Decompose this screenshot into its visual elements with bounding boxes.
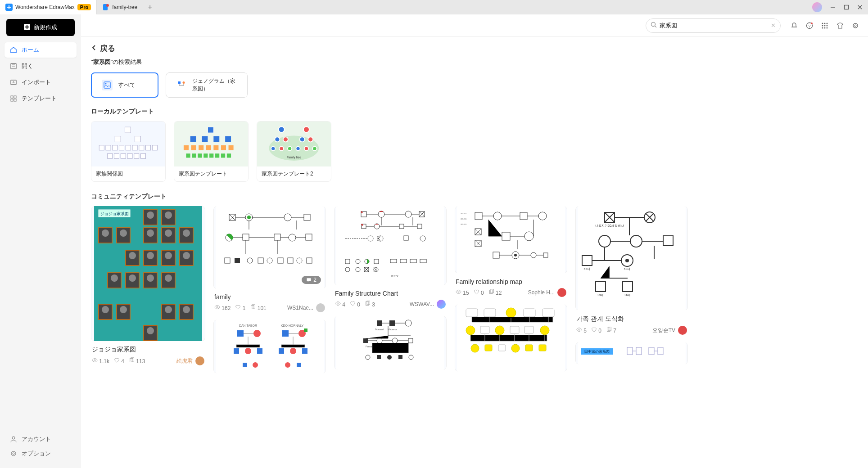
svg-point-77: [308, 137, 313, 142]
community-template-card[interactable]: KEYFamily Structure Chart 4 0 3 WSWAV...: [334, 206, 447, 309]
svg-point-113: [129, 274, 136, 282]
sidebar-item-account[interactable]: アカウント: [5, 432, 77, 446]
svg-rect-162: [234, 348, 239, 354]
svg-point-22: [824, 25, 826, 26]
tshirt-icon[interactable]: [836, 21, 845, 30]
maximize-button[interactable]: [840, 1, 853, 14]
views-count: 4: [335, 301, 345, 308]
svg-point-123: [165, 306, 172, 313]
svg-point-271: [579, 329, 580, 330]
tab-doc[interactable]: family-tree: [97, 0, 143, 14]
svg-rect-31: [178, 81, 181, 84]
author-name: 絵虎君: [176, 357, 193, 365]
sidebar-item-home[interactable]: ホーム: [5, 42, 77, 58]
svg-rect-167: [302, 348, 307, 354]
community-template-card[interactable]: 2family 162 1 101 WS1Nae...: [213, 206, 326, 312]
svg-point-243: [466, 326, 475, 335]
user-avatar[interactable]: [812, 2, 822, 12]
community-template-card[interactable]: ManuelMicaelaFernandez: [334, 316, 447, 370]
back-label: 戻る: [100, 43, 115, 54]
community-template-card[interactable]: 田中家の家系図: [575, 342, 688, 364]
sidebar-item-open[interactable]: 開く: [5, 58, 77, 74]
svg-point-121: [120, 306, 127, 313]
tab-add-button[interactable]: +: [143, 3, 157, 11]
svg-point-240: [506, 308, 516, 318]
template-thumbnail: [174, 122, 248, 166]
comment-badge: 2: [302, 276, 321, 284]
sidebar-item-label: 開く: [22, 62, 33, 70]
minimize-button[interactable]: [827, 1, 839, 14]
apps-icon[interactable]: [820, 21, 829, 30]
svg-text:DAN TABOR: DAN TABOR: [239, 324, 257, 327]
svg-point-163: [245, 348, 251, 354]
svg-point-245: [495, 326, 504, 335]
community-template-card[interactable]: aaaaaaaaaaaaFamily relationship map 15 0…: [455, 206, 567, 297]
svg-point-18: [822, 22, 823, 24]
svg-point-169: [253, 362, 258, 368]
svg-point-82: [304, 147, 308, 151]
author-avatar: [316, 303, 325, 312]
template-thumbnail: 2: [213, 206, 326, 289]
local-template-card[interactable]: 家族関係図: [91, 121, 166, 182]
svg-point-73: [303, 126, 309, 132]
svg-rect-37: [106, 145, 111, 150]
svg-rect-64: [192, 153, 196, 158]
svg-rect-59: [206, 145, 211, 150]
sidebar-item-label: アカウント: [22, 435, 51, 443]
svg-point-89: [147, 212, 154, 219]
help-icon[interactable]: ?: [805, 21, 814, 30]
svg-point-248: [540, 326, 549, 335]
community-template-card[interactable]: 나훙지기20세질병사56세53세19세16세가족 관계 도식화 5 0 7 오양…: [575, 206, 688, 335]
svg-rect-40: [126, 145, 131, 150]
settings-icon[interactable]: [851, 21, 860, 30]
new-button-label: 新規作成: [34, 23, 57, 32]
svg-point-21: [822, 25, 823, 26]
sidebar-item-template[interactable]: テンプレート: [5, 91, 77, 106]
filter-chip-genogram[interactable]: ジェノグラム（家系図）: [166, 72, 248, 98]
back-button[interactable]: 戻る: [91, 43, 858, 54]
community-template-card[interactable]: DAN TABORKDO HORNALY: [213, 320, 326, 374]
svg-point-103: [129, 252, 136, 259]
svg-rect-3: [845, 5, 849, 9]
svg-point-17: [811, 22, 813, 24]
likes-count: 4: [114, 357, 124, 364]
bell-icon[interactable]: [790, 21, 799, 30]
svg-rect-242: [542, 309, 554, 317]
search-box[interactable]: ✕: [646, 18, 781, 33]
clear-icon[interactable]: ✕: [771, 22, 776, 29]
svg-rect-53: [202, 136, 208, 142]
community-template-card[interactable]: [455, 304, 567, 372]
svg-point-2: [106, 4, 109, 7]
svg-rect-70: [227, 153, 231, 158]
svg-point-125: [183, 306, 190, 313]
template-icon: [10, 95, 17, 102]
svg-point-95: [120, 230, 127, 237]
tab-label: family-tree: [112, 4, 137, 10]
close-button[interactable]: [854, 1, 866, 14]
sidebar-item-options[interactable]: オプション: [5, 446, 77, 461]
svg-point-12: [11, 451, 16, 456]
template-thumbnail: 나훙지기20세질병사56세53세19세16세: [575, 206, 688, 310]
svg-rect-46: [114, 153, 119, 158]
svg-point-14: [651, 22, 656, 27]
new-button[interactable]: 新規作成: [6, 19, 75, 36]
local-template-card[interactable]: 家系図テンプレート: [174, 121, 249, 182]
account-icon: [10, 436, 17, 443]
tab-app[interactable]: Wondershare EdrawMax Pro: [0, 0, 97, 14]
svg-point-109: [183, 252, 190, 259]
svg-text:ジョジョ家系図: ジョジョ家系図: [100, 212, 129, 216]
views-count: 5: [576, 327, 587, 334]
local-template-card[interactable]: Family tree 家系図テンプレート2: [257, 121, 331, 182]
sidebar-item-import[interactable]: インポート: [5, 75, 77, 90]
svg-rect-215: [398, 355, 402, 359]
svg-point-78: [271, 147, 275, 151]
svg-point-228: [514, 254, 517, 256]
filter-chip-all[interactable]: すべて: [91, 72, 158, 98]
svg-rect-36: [99, 145, 104, 150]
template-label: 家系図テンプレート2: [257, 166, 331, 181]
template-thumbnail: KEY: [334, 206, 447, 285]
svg-point-91: [165, 212, 172, 219]
svg-point-93: [102, 230, 109, 237]
search-input[interactable]: [660, 22, 771, 29]
community-template-card[interactable]: ジョジョ家系図ジョジョ家系図 1.1k 4 113 絵虎君: [91, 206, 205, 365]
